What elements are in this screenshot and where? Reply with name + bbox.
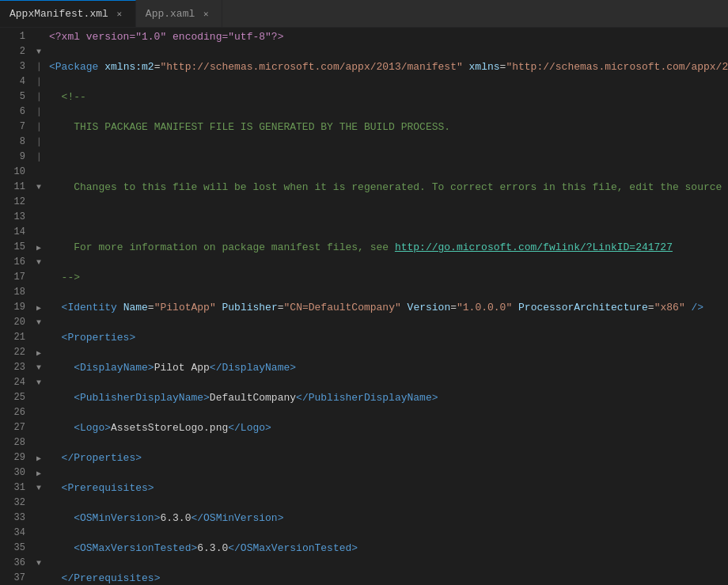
code-line-19: </Prerequisites> xyxy=(49,571,728,585)
code-line-9: --> xyxy=(49,270,728,285)
line-number-32: 32 xyxy=(0,496,25,511)
line-number-26: 26 xyxy=(0,405,25,420)
fold-indicator-9[interactable]: │ xyxy=(32,150,46,165)
tab-appxaml-close[interactable]: ✕ xyxy=(199,7,212,20)
line-number-4: 4 xyxy=(0,74,25,89)
code-editor[interactable]: <?xml version="1.0" encoding="utf-8"?> <… xyxy=(46,28,728,585)
code-line-14: <Logo>AssetsStoreLogo.png</Logo> xyxy=(49,420,728,435)
tab-appxmanifest[interactable]: AppxManifest.xml ✕ xyxy=(0,0,136,27)
line-number-28: 28 xyxy=(0,435,25,450)
code-line-7 xyxy=(49,210,728,225)
fold-indicator-34[interactable] xyxy=(32,526,46,541)
code-line-8: For more information on package manifest… xyxy=(49,240,728,255)
fold-indicator-15[interactable]: ▶ xyxy=(32,240,46,255)
fold-indicator-26[interactable] xyxy=(32,405,46,420)
tab-bar: AppxManifest.xml ✕ App.xaml ✕ xyxy=(0,0,728,28)
fold-indicator-21[interactable] xyxy=(32,330,46,345)
code-line-4: THIS PACKAGE MANIFEST FILE IS GENERATED … xyxy=(49,120,728,135)
fold-indicator-30[interactable]: ▶ xyxy=(32,465,46,481)
line-number-14: 14 xyxy=(0,225,25,240)
line-number-2: 2 xyxy=(0,44,25,59)
fold-indicator-35[interactable] xyxy=(32,541,46,556)
code-line-18: <OSMaxVersionTested>6.3.0</OSMaxVersionT… xyxy=(49,541,728,556)
line-number-15: 15 xyxy=(0,240,25,255)
fold-indicator-25[interactable] xyxy=(32,390,46,405)
editor-area: 1234567891011121314151617181920212223242… xyxy=(0,28,728,585)
tab-appxaml[interactable]: App.xaml ✕ xyxy=(136,0,222,27)
line-number-23: 23 xyxy=(0,360,25,375)
tab-appxaml-label: App.xaml xyxy=(146,8,195,20)
fold-indicator-29[interactable]: ▶ xyxy=(32,450,46,465)
fold-indicator-16[interactable]: ▼ xyxy=(32,255,46,270)
code-line-12: <DisplayName>Pilot App</DisplayName> xyxy=(49,360,728,375)
line-number-12: 12 xyxy=(0,195,25,210)
fold-indicator-27[interactable] xyxy=(32,420,46,435)
code-line-15: </Properties> xyxy=(49,450,728,465)
line-number-18: 18 xyxy=(0,285,25,300)
line-number-6: 6 xyxy=(0,104,25,120)
line-number-34: 34 xyxy=(0,526,25,541)
fold-indicator-36[interactable]: ▼ xyxy=(32,556,46,571)
tab-appxmanifest-close[interactable]: ✕ xyxy=(113,8,126,21)
line-number-22: 22 xyxy=(0,345,25,360)
code-line-2: <Package xmlns:m2="http://schemas.micros… xyxy=(49,59,728,74)
fold-indicator-6[interactable]: │ xyxy=(32,104,46,120)
fold-indicator-2[interactable]: ▼ xyxy=(32,44,46,59)
fold-indicator-31[interactable]: ▼ xyxy=(32,481,46,496)
line-number-21: 21 xyxy=(0,330,25,345)
line-number-25: 25 xyxy=(0,390,25,405)
code-line-10: <Identity Name="PilotApp" Publisher="CN=… xyxy=(49,300,728,315)
fold-indicator-10[interactable] xyxy=(32,165,46,180)
line-number-19: 19 xyxy=(0,300,25,315)
fold-indicator-11[interactable]: ▼ xyxy=(32,180,46,195)
fold-indicator-12[interactable] xyxy=(32,195,46,210)
line-number-29: 29 xyxy=(0,450,25,465)
fold-indicator-3[interactable]: │ xyxy=(32,59,46,74)
code-line-5 xyxy=(49,150,728,165)
line-number-9: 9 xyxy=(0,150,25,165)
code-line-3: <!-- xyxy=(49,89,728,104)
fold-indicator-28[interactable] xyxy=(32,435,46,450)
fold-indicator-33[interactable] xyxy=(32,511,46,526)
fold-indicator-19[interactable]: ▶ xyxy=(32,300,46,315)
line-number-27: 27 xyxy=(0,420,25,435)
line-number-8: 8 xyxy=(0,135,25,150)
line-number-3: 3 xyxy=(0,59,25,74)
line-number-24: 24 xyxy=(0,375,25,390)
code-line-17: <OSMinVersion>6.3.0</OSMinVersion> xyxy=(49,511,728,526)
line-number-36: 36 xyxy=(0,556,25,571)
line-number-37: 37 xyxy=(0,571,25,585)
fold-indicator-8[interactable]: │ xyxy=(32,135,46,150)
fold-indicator-13[interactable] xyxy=(32,210,46,225)
line-number-7: 7 xyxy=(0,120,25,135)
fold-indicator-14[interactable] xyxy=(32,225,46,240)
line-number-33: 33 xyxy=(0,511,25,526)
line-number-13: 13 xyxy=(0,210,25,225)
line-number-35: 35 xyxy=(0,541,25,556)
line-number-11: 11 xyxy=(0,180,25,195)
line-number-31: 31 xyxy=(0,481,25,496)
code-line-11: <Properties> xyxy=(49,330,728,345)
line-number-20: 20 xyxy=(0,315,25,330)
fold-indicator-7[interactable]: │ xyxy=(32,120,46,135)
fold-indicator-22[interactable]: ▶ xyxy=(32,345,46,360)
fold-indicator-37[interactable] xyxy=(32,571,46,585)
tab-appxmanifest-label: AppxManifest.xml xyxy=(9,8,108,20)
fold-indicator-20[interactable]: ▼ xyxy=(32,315,46,330)
fold-indicator-24[interactable]: ▼ xyxy=(32,375,46,390)
line-number-16: 16 xyxy=(0,255,25,270)
fold-indicator-1[interactable] xyxy=(32,29,46,44)
fold-indicator-5[interactable]: │ xyxy=(32,89,46,104)
fold-indicator-4[interactable]: │ xyxy=(32,74,46,89)
code-line-1: <?xml version="1.0" encoding="utf-8"?> xyxy=(49,29,728,44)
line-number-5: 5 xyxy=(0,89,25,104)
line-numbers: 1234567891011121314151617181920212223242… xyxy=(0,28,32,585)
fold-indicator-32[interactable] xyxy=(32,496,46,511)
fold-indicator-18[interactable] xyxy=(32,285,46,300)
fold-indicator-23[interactable]: ▼ xyxy=(32,360,46,375)
fold-indicators: ▼│││││││▼▶▼▶▼▶▼▼▶▶▼▼▶▼▼▼ xyxy=(32,28,46,585)
code-line-13: <PublisherDisplayName>DefaultCompany</Pu… xyxy=(49,390,728,405)
line-number-1: 1 xyxy=(0,29,25,44)
line-number-17: 17 xyxy=(0,270,25,285)
fold-indicator-17[interactable] xyxy=(32,270,46,285)
